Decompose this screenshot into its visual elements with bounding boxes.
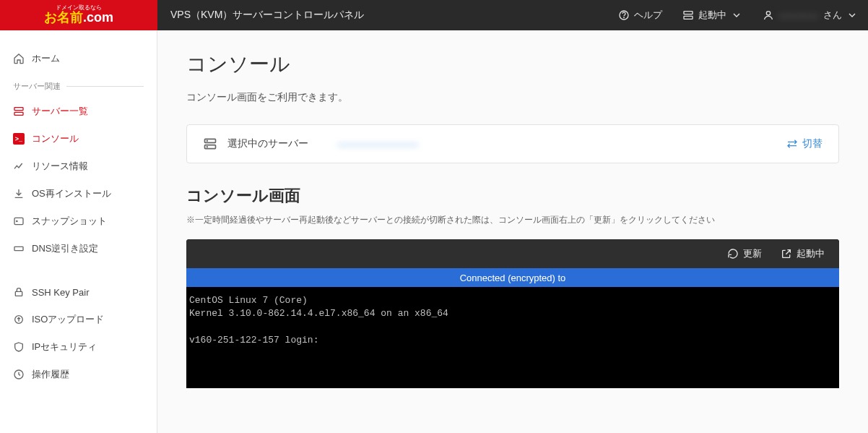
svg-point-16 <box>207 147 207 147</box>
upload-icon <box>13 314 25 325</box>
main-content: コンソール コンソール画面をご利用できます。 選択中のサーバー ————————… <box>157 30 868 433</box>
help-icon <box>618 9 630 21</box>
refresh-button[interactable]: 更新 <box>727 247 762 260</box>
user-dropdown[interactable]: ———— さん <box>752 0 868 30</box>
help-link[interactable]: ヘルプ <box>608 0 672 30</box>
swap-icon <box>786 138 798 150</box>
external-link-icon <box>781 248 792 260</box>
logo-main: お名前.com <box>44 11 113 25</box>
panel-title: VPS（KVM）サーバーコントロールパネル <box>157 9 364 22</box>
sidebar-item-label: ISOアップロード <box>32 313 104 326</box>
sidebar-item-server-list[interactable]: サーバー一覧 <box>0 98 157 125</box>
sidebar-item-iso[interactable]: ISOアップロード <box>0 306 157 333</box>
console-window: 更新 起動中 Connected (encrypted) to CentOS L… <box>186 239 839 388</box>
sidebar-item-label: 操作履歴 <box>32 368 69 381</box>
svg-rect-6 <box>14 112 23 115</box>
logo[interactable]: ドメイン取るなら お名前.com <box>0 0 157 30</box>
sidebar-item-snapshot[interactable]: スナップショット <box>0 207 157 235</box>
sidebar-item-label: ホーム <box>32 52 60 65</box>
svg-point-15 <box>207 140 207 141</box>
sidebar-item-label: スナップショット <box>32 215 107 228</box>
user-name: ———— <box>778 10 819 21</box>
download-icon <box>13 188 25 200</box>
server-list-icon <box>13 106 25 117</box>
user-icon <box>763 9 774 21</box>
dns-icon <box>13 243 25 254</box>
home-icon <box>13 53 25 64</box>
chevron-down-icon <box>731 9 742 21</box>
launch-button[interactable]: 起動中 <box>781 247 825 260</box>
svg-rect-9 <box>14 246 23 250</box>
page-title: コンソール <box>186 51 839 78</box>
selected-server-label: 選択中のサーバー <box>227 137 308 150</box>
chart-icon <box>13 160 25 172</box>
lock-icon <box>13 286 25 298</box>
launch-label: 起動中 <box>797 247 825 260</box>
chevron-down-icon <box>846 9 858 21</box>
switch-label: 切替 <box>802 137 823 150</box>
console-status-bar: Connected (encrypted) to <box>186 268 839 287</box>
sidebar-item-ssh[interactable]: SSH Key Pair <box>0 278 157 306</box>
sidebar-item-label: OS再インストール <box>32 187 111 200</box>
status-dropdown[interactable]: 起動中 <box>672 0 752 30</box>
sidebar-item-resource[interactable]: リソース情報 <box>0 153 157 180</box>
sidebar-item-history[interactable]: 操作履歴 <box>0 361 157 388</box>
page-description: コンソール画面をご利用できます。 <box>186 91 839 104</box>
sidebar-item-label: リソース情報 <box>32 160 88 173</box>
server-icon <box>682 9 694 21</box>
server-icon <box>203 137 217 151</box>
status-label: 起動中 <box>698 9 726 22</box>
svg-point-1 <box>624 17 625 18</box>
console-section-title: コンソール画面 <box>186 185 839 207</box>
sidebar: ホーム サーバー関連 サーバー一覧 >_ コンソール リソース情報 OS再インス… <box>0 30 157 433</box>
svg-point-4 <box>766 12 770 15</box>
svg-rect-10 <box>15 291 22 296</box>
sidebar-item-label: サーバー一覧 <box>32 105 88 118</box>
sidebar-section-servers: サーバー関連 <box>0 72 157 98</box>
console-note: ※一定時間経過後やサーバー再起動後などサーバーとの接続が切断された際は、コンソー… <box>186 214 839 226</box>
selected-server-name: ———————— <box>337 138 418 150</box>
snapshot-icon <box>13 215 25 227</box>
shield-icon <box>13 341 25 353</box>
history-icon <box>13 369 25 380</box>
refresh-label: 更新 <box>743 247 762 260</box>
switch-server-button[interactable]: 切替 <box>786 137 823 150</box>
refresh-icon <box>727 248 739 260</box>
help-label: ヘルプ <box>634 9 662 22</box>
sidebar-item-console[interactable]: >_ コンソール <box>0 125 157 153</box>
sidebar-item-ipsec[interactable]: IPセキュリティ <box>0 333 157 361</box>
selected-server-bar: 選択中のサーバー ———————— 切替 <box>186 124 839 163</box>
sidebar-item-dns[interactable]: DNS逆引き設定 <box>0 235 157 262</box>
topbar: ドメイン取るなら お名前.com VPS（KVM）サーバーコントロールパネル ヘ… <box>0 0 868 30</box>
svg-rect-2 <box>684 12 693 14</box>
sidebar-item-label: DNS逆引き設定 <box>32 242 98 255</box>
console-toolbar: 更新 起動中 <box>186 239 839 268</box>
sidebar-item-label: IPセキュリティ <box>32 340 97 353</box>
sidebar-item-reinstall[interactable]: OS再インストール <box>0 180 157 207</box>
svg-rect-7 <box>14 218 23 224</box>
sidebar-item-label: コンソール <box>32 132 79 145</box>
console-terminal[interactable]: CentOS Linux 7 (Core) Kernel 3.10.0-862.… <box>186 287 839 388</box>
console-icon: >_ <box>13 133 25 145</box>
sidebar-item-label: SSH Key Pair <box>32 287 89 298</box>
sidebar-item-home[interactable]: ホーム <box>0 45 157 72</box>
svg-rect-5 <box>14 108 23 111</box>
user-suffix: さん <box>823 9 842 22</box>
svg-rect-3 <box>684 16 693 19</box>
svg-point-8 <box>17 220 17 221</box>
